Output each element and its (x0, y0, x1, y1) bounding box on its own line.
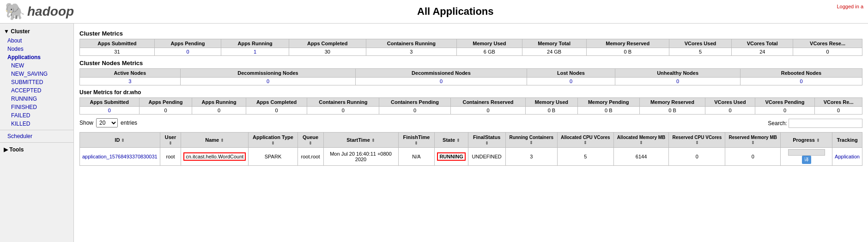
sort-icon-cpu: ⇕ (583, 140, 587, 145)
th-reserved-memory[interactable]: Reserved Memory MB ⇕ (725, 133, 781, 148)
sidebar-subitem-new-saving[interactable]: NEW_SAVING (0, 70, 73, 78)
sidebar-subitem-finished[interactable]: FINISHED (0, 103, 73, 111)
sidebar-subitem-failed[interactable]: FAILED (0, 111, 73, 120)
app-id-link[interactable]: application_15768493370830031 (82, 154, 158, 159)
hadoop-elephant-icon: 🐘 (5, 2, 25, 21)
sort-icon-name: ⇕ (220, 138, 224, 143)
link-unhealthy-nodes[interactable]: 0 (676, 79, 679, 84)
sort-icon-rmem: ⇕ (751, 140, 755, 145)
sidebar-item-nodes[interactable]: Nodes (0, 45, 73, 53)
col-user-apps-completed: Apps Completed (246, 98, 307, 107)
show-entries: Show 20 50 100 entries (79, 118, 137, 127)
col-memory-total: Memory Total (522, 39, 586, 48)
col-user-memory-pending: Memory Pending (577, 98, 639, 107)
search-input[interactable] (789, 119, 862, 128)
link-decommissioning-nodes[interactable]: 0 (267, 79, 269, 84)
val-apps-pending: 0 (154, 48, 221, 56)
sidebar-subitem-new[interactable]: NEW (0, 61, 73, 70)
sort-icon-type: ⇕ (271, 141, 275, 145)
th-final-status[interactable]: FinalStatus ⇕ (468, 133, 505, 148)
col-rebooted-nodes: Rebooted Nodes (740, 69, 862, 78)
link-rebooted-nodes[interactable]: 0 (800, 79, 802, 84)
val-containers-running: 3 (366, 48, 456, 56)
val-apps-running: 1 (221, 48, 289, 56)
th-finish-time[interactable]: FinishTime ⇕ (398, 133, 435, 148)
th-queue[interactable]: Queue ⇕ (297, 133, 323, 148)
cell-reserved-memory: 0 (725, 148, 781, 166)
val-vcores-used: 5 (669, 48, 731, 56)
sidebar-subitem-submitted[interactable]: SUBMITTED (0, 78, 73, 86)
sidebar-divider-2 (0, 142, 73, 143)
applications-table: ID ⇕ User ⇕ Name ⇕ Application Type ⇕ Qu… (79, 132, 862, 166)
val-memory-used: 6 GB (457, 48, 522, 56)
sidebar-tools-section[interactable]: ▶ Tools (0, 145, 73, 155)
cell-queue: root.root (297, 148, 323, 166)
cell-start-time: Mon Jul 20 16:40:11 +0800 2020 (323, 148, 398, 166)
col-apps-completed: Apps Completed (289, 39, 366, 48)
th-running-containers[interactable]: Running Containers ⇕ (505, 133, 557, 148)
sort-icon-user: ⇕ (169, 141, 172, 145)
col-lost-nodes: Lost Nodes (527, 69, 615, 78)
val-user-apps-running: 0 (192, 107, 246, 115)
sort-icon-progress: ⇕ (816, 138, 820, 143)
th-user[interactable]: User ⇕ (160, 133, 181, 148)
translate-button[interactable]: 译 (802, 156, 811, 164)
th-state[interactable]: State ⇕ (435, 133, 468, 148)
sidebar-subitem-running[interactable]: RUNNING (0, 95, 73, 103)
val-user-vcores-used: 0 (705, 107, 755, 115)
cell-app-type: SPARK (249, 148, 297, 166)
sidebar-subitem-accepted[interactable]: ACCEPTED (0, 86, 73, 95)
cell-progress: 译 (781, 148, 832, 166)
col-memory-reserved: Memory Reserved (586, 39, 669, 48)
link-lost-nodes[interactable]: 0 (570, 79, 572, 84)
logged-in-text: Logged in a (837, 4, 864, 9)
sort-icon-mem: ⇕ (639, 140, 643, 145)
sidebar-item-applications[interactable]: Applications (0, 53, 73, 61)
val-decommissioning-nodes: 0 (180, 78, 356, 85)
col-apps-submitted: Apps Submitted (80, 39, 155, 48)
col-unhealthy-nodes: Unhealthy Nodes (615, 69, 741, 78)
content-area: Cluster Metrics Apps Submitted Apps Pend… (74, 24, 868, 242)
val-vcores-reserved: 0 (793, 48, 862, 56)
val-vcores-total: 24 (732, 48, 793, 56)
cell-name: cn.itcast.hello.WordCount (181, 148, 249, 166)
link-apps-pending[interactable]: 0 (186, 49, 189, 54)
link-active-nodes[interactable]: 3 (128, 79, 131, 84)
page-title: All Applications (74, 6, 837, 18)
val-user-containers-reserved: 0 (450, 107, 525, 115)
progress-bar (788, 149, 825, 156)
state-badge: RUNNING (437, 152, 465, 161)
cell-user: root (160, 148, 181, 166)
th-id[interactable]: ID ⇕ (80, 133, 160, 148)
val-lost-nodes: 0 (527, 78, 615, 85)
sidebar-item-about[interactable]: About (0, 36, 73, 45)
th-reserved-cpu[interactable]: Reserved CPU VCores ⇕ (669, 133, 725, 148)
col-user-vcores-re: VCores Re... (815, 98, 862, 107)
sort-icon-rcpu: ⇕ (695, 140, 699, 145)
col-memory-used: Memory Used (457, 39, 522, 48)
show-search-row: Show 20 50 100 entries Search: (79, 118, 862, 130)
link-decommissioned-nodes[interactable]: 0 (440, 79, 443, 84)
sidebar-divider (0, 130, 73, 130)
th-allocated-cpu[interactable]: Allocated CPU VCores ⇕ (557, 133, 613, 148)
th-progress[interactable]: Progress ⇕ (781, 133, 832, 148)
val-user-vcores-pending: 0 (755, 107, 814, 115)
sidebar-cluster-section[interactable]: ▼ Cluster (0, 26, 73, 36)
hadoop-logo-text: hadoop (27, 4, 74, 19)
th-start-time[interactable]: StartTime ⇕ (323, 133, 398, 148)
tracking-link[interactable]: Application (835, 154, 860, 159)
sidebar-subitem-killed[interactable]: KILLED (0, 120, 73, 128)
link-user-apps-submitted[interactable]: 0 (108, 108, 111, 113)
entries-select[interactable]: 20 50 100 (96, 118, 118, 127)
sidebar-item-scheduler[interactable]: Scheduler (0, 132, 73, 140)
col-user-apps-pending: Apps Pending (139, 98, 192, 107)
val-decommissioned-nodes: 0 (356, 78, 527, 85)
th-app-type[interactable]: Application Type ⇕ (249, 133, 297, 148)
val-user-apps-completed: 0 (246, 107, 307, 115)
val-unhealthy-nodes: 0 (615, 78, 741, 85)
sort-icon-finish: ⇕ (414, 141, 418, 145)
th-allocated-memory[interactable]: Allocated Memory MB ⇕ (613, 133, 669, 148)
th-name[interactable]: Name ⇕ (181, 133, 249, 148)
entries-label: entries (121, 120, 137, 126)
link-apps-running[interactable]: 1 (254, 49, 256, 54)
